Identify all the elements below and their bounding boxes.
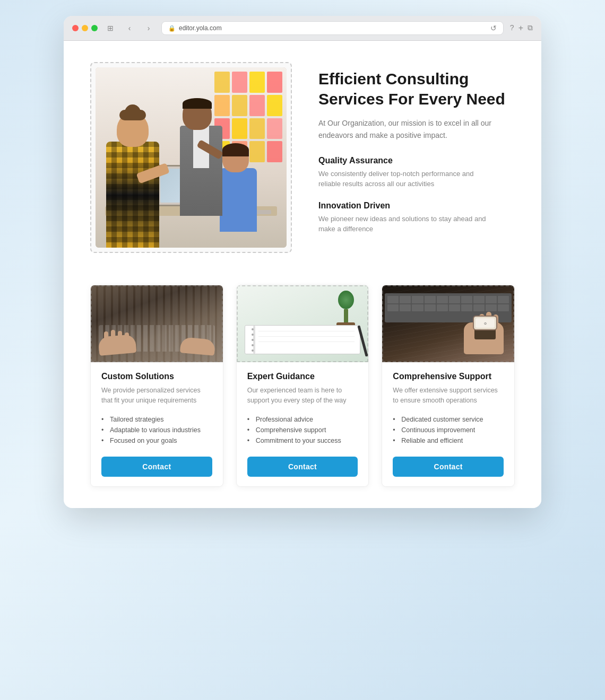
- feature-innovation-title: Innovation Driven: [318, 201, 515, 211]
- card-list-1: Tailored strategies Adaptable to various…: [101, 414, 212, 446]
- hero-text: Efficient Consulting Services For Every …: [318, 69, 515, 246]
- contact-button-1[interactable]: Contact: [101, 457, 212, 477]
- person2: [172, 99, 236, 216]
- card-desc-1: We provide personalized services that fi…: [101, 386, 212, 406]
- list-item: Professional advice: [247, 414, 358, 425]
- grid-view-button[interactable]: ⊞: [104, 22, 117, 34]
- feature-quality: Quality Assurance We consistently delive…: [318, 156, 515, 189]
- lock-icon: 🔒: [168, 25, 176, 32]
- feature-innovation-desc: We pioneer new ideas and solutions to st…: [318, 214, 488, 234]
- card-desc-2: Our experienced team is here to support …: [247, 386, 358, 406]
- notebook: [245, 325, 361, 354]
- add-tab-icon[interactable]: +: [518, 23, 523, 33]
- hero-image-container: [90, 62, 292, 253]
- hero-image: [96, 67, 287, 248]
- card-title-3: Comprehensive Support: [393, 372, 504, 381]
- hero-section: Efficient Consulting Services For Every …: [90, 62, 515, 253]
- card-title-1: Custom Solutions: [101, 372, 212, 381]
- list-item: Tailored strategies: [101, 414, 212, 425]
- browser-window: ⊞ ‹ › 🔒 editor.yola.com ↺ ? + ⧉: [64, 16, 541, 508]
- feature-quality-title: Quality Assurance: [318, 156, 515, 165]
- hand-watch: ⊙: [440, 312, 509, 354]
- list-item: Continuous improvement: [393, 425, 504, 435]
- help-icon[interactable]: ?: [510, 23, 514, 33]
- feature-quality-desc: We consistently deliver top-notch perfor…: [318, 169, 488, 189]
- traffic-lights: [72, 25, 98, 31]
- card-image-watch: ⊙: [382, 285, 514, 362]
- url-text: editor.yola.com: [179, 24, 222, 32]
- list-item: Adaptable to various industries: [101, 425, 212, 435]
- list-item: Comprehensive support: [247, 425, 358, 435]
- list-item: Focused on your goals: [101, 435, 212, 446]
- hero-image-wrapper: [90, 62, 292, 253]
- browser-chrome: ⊞ ‹ › 🔒 editor.yola.com ↺ ? + ⧉: [64, 16, 541, 41]
- card-body-3: Comprehensive Support We offer extensive…: [382, 362, 514, 486]
- card-desc-3: We offer extensive support services to e…: [393, 386, 504, 406]
- page-content: Efficient Consulting Services For Every …: [64, 41, 541, 508]
- reload-icon[interactable]: ↺: [490, 24, 497, 32]
- feature-innovation: Innovation Driven We pioneer new ideas a…: [318, 201, 515, 234]
- card-body-2: Expert Guidance Our experienced team is …: [237, 362, 369, 486]
- card-comprehensive-support: ⊙: [382, 285, 515, 487]
- list-item: Dedicated customer service: [393, 414, 504, 425]
- list-item: Reliable and efficient: [393, 435, 504, 446]
- contact-button-2[interactable]: Contact: [247, 457, 358, 477]
- close-button[interactable]: [72, 25, 79, 31]
- hero-title: Efficient Consulting Services For Every …: [318, 69, 515, 109]
- card-custom-solutions: Custom Solutions We provide personalized…: [90, 285, 223, 487]
- browser-actions: ? + ⧉: [510, 23, 533, 33]
- card-body-1: Custom Solutions We provide personalized…: [91, 362, 223, 486]
- extensions-icon[interactable]: ⧉: [528, 23, 533, 33]
- address-bar[interactable]: 🔒 editor.yola.com ↺: [161, 21, 504, 35]
- person1: [96, 99, 180, 248]
- minimize-button[interactable]: [82, 25, 88, 31]
- contact-button-3[interactable]: Contact: [393, 457, 504, 477]
- hero-subtitle: At Our Organization, our mission is to e…: [318, 117, 515, 141]
- forward-button[interactable]: ›: [142, 22, 155, 34]
- cards-section: Custom Solutions We provide personalized…: [90, 285, 515, 487]
- card-list-2: Professional advice Comprehensive suppor…: [247, 414, 358, 446]
- list-item: Commitment to your success: [247, 435, 358, 446]
- card-expert-guidance: Expert Guidance Our experienced team is …: [236, 285, 369, 487]
- card-list-3: Dedicated customer service Continuous im…: [393, 414, 504, 446]
- card-image-notebook: [237, 285, 369, 362]
- back-button[interactable]: ‹: [123, 22, 136, 34]
- card-title-2: Expert Guidance: [247, 372, 358, 381]
- maximize-button[interactable]: [91, 25, 98, 31]
- card-image-keyboard: [91, 285, 223, 362]
